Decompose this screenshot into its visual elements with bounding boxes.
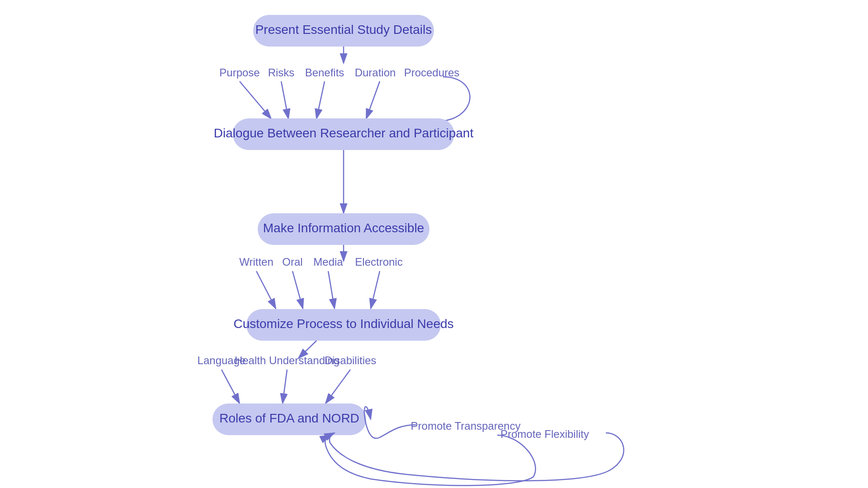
diagram-container: Present Essential Study Details Purpose … <box>0 0 868 488</box>
label-disabilities: Disabilities <box>325 354 377 366</box>
label-benefits: Benefits <box>305 66 344 79</box>
label-health: Health Understanding <box>235 354 340 366</box>
arrow-risks-dialogue <box>281 81 288 119</box>
label-duration: Duration <box>355 66 396 79</box>
arrow-transparency-roles <box>364 407 416 438</box>
arrow-media-customize <box>328 271 335 309</box>
arrow-language-roles <box>222 370 240 404</box>
label-procedures: Procedures <box>404 66 460 79</box>
label-oral: Oral <box>282 256 302 268</box>
arrow-written-customize <box>256 271 276 309</box>
arrow-procedures-dialogue <box>420 77 470 122</box>
label-media: Media <box>313 256 343 268</box>
node-customize-label: Customize Process to Individual Needs <box>233 317 453 331</box>
arrow-flexibility-roles <box>325 435 535 485</box>
arrow-disabilities-roles <box>326 370 350 404</box>
label-electronic: Electronic <box>355 256 402 268</box>
node-present-label: Present Essential Study Details <box>255 23 432 37</box>
label-purpose: Purpose <box>219 66 259 79</box>
arrow-purpose-dialogue <box>240 81 271 119</box>
node-roles-label: Roles of FDA and NORD <box>219 411 359 425</box>
arrow-duration-dialogue <box>366 81 380 119</box>
arrow-benefits-dialogue <box>316 81 325 119</box>
arrow-electronic-customize <box>371 271 380 309</box>
diagram-svg: Present Essential Study Details Purpose … <box>0 0 868 488</box>
label-written: Written <box>239 256 274 268</box>
node-dialogue-label: Dialogue Between Researcher and Particip… <box>214 126 474 140</box>
arrow-oral-customize <box>292 271 303 309</box>
label-risks: Risks <box>268 66 295 79</box>
node-accessible-label: Make Information Accessible <box>263 221 424 235</box>
arrow-health-roles <box>283 370 287 404</box>
label-flexibility: Promote Flexibility <box>500 428 589 440</box>
